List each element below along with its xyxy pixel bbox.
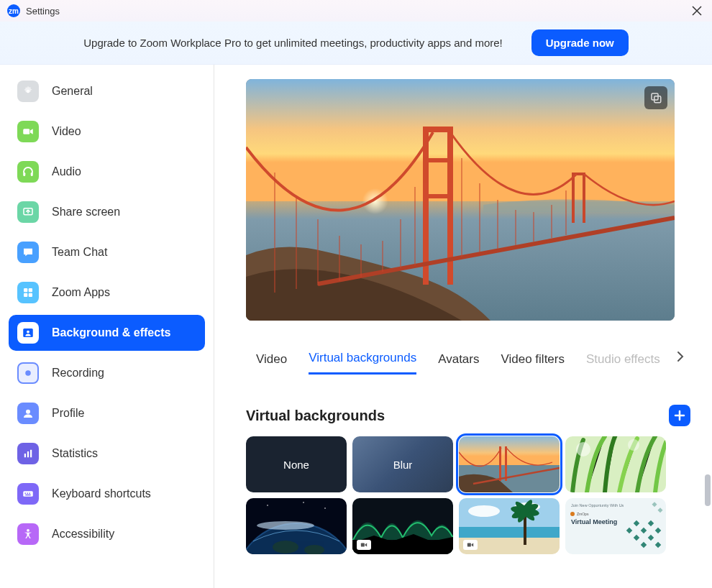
thumb-label-none: None bbox=[283, 459, 309, 471]
video-badge-icon bbox=[463, 540, 478, 550]
background-option-golden-gate[interactable] bbox=[459, 436, 560, 492]
section-title: Virtual backgrounds bbox=[246, 408, 385, 424]
svg-point-12 bbox=[26, 410, 30, 414]
svg-point-70 bbox=[468, 505, 500, 517]
sidebar-item-background-effects[interactable]: Background & effects bbox=[9, 315, 205, 351]
tab-avatars[interactable]: Avatars bbox=[438, 352, 479, 374]
settings-sidebar: General Video Audio Share screen Team Ch… bbox=[0, 65, 214, 588]
close-icon bbox=[692, 6, 702, 16]
close-button[interactable] bbox=[688, 1, 706, 20]
svg-rect-8 bbox=[29, 293, 32, 297]
svg-point-82 bbox=[570, 512, 575, 516]
svg-rect-20 bbox=[25, 495, 31, 496]
video-preview bbox=[246, 79, 675, 321]
svg-point-61 bbox=[267, 505, 268, 506]
effects-tabs: Video Virtual backgrounds Avatars Video … bbox=[246, 351, 690, 375]
svg-rect-30 bbox=[572, 173, 575, 223]
video-camera-icon bbox=[17, 121, 39, 142]
svg-rect-79 bbox=[467, 543, 471, 547]
share-screen-icon bbox=[17, 201, 39, 223]
tab-studio-effects[interactable]: Studio effects bbox=[586, 352, 660, 374]
svg-rect-68 bbox=[361, 543, 365, 547]
sidebar-item-label: Keyboard shortcuts bbox=[52, 487, 151, 500]
svg-point-64 bbox=[273, 541, 298, 553]
tab-video[interactable]: Video bbox=[256, 352, 287, 374]
svg-point-10 bbox=[27, 331, 29, 334]
svg-rect-32 bbox=[572, 173, 585, 175]
sidebar-item-statistics[interactable]: Statistics bbox=[9, 436, 205, 472]
svg-text:Virtual Meeting: Virtual Meeting bbox=[571, 518, 617, 525]
keyboard-icon bbox=[17, 483, 39, 505]
tab-video-filters[interactable]: Video filters bbox=[501, 352, 565, 374]
sidebar-item-accessibility[interactable]: Accessibility bbox=[9, 516, 205, 552]
apps-grid-icon bbox=[17, 282, 39, 303]
chat-bubble-icon bbox=[17, 242, 39, 263]
sidebar-item-label: Profile bbox=[52, 407, 84, 420]
content-scrollbar-thumb[interactable] bbox=[705, 474, 711, 506]
person-badge-icon bbox=[17, 322, 39, 344]
sidebar-item-team-chat[interactable]: Team Chat bbox=[9, 234, 205, 270]
svg-point-55 bbox=[576, 442, 590, 456]
video-badge-icon bbox=[357, 540, 371, 550]
background-option-aurora[interactable] bbox=[352, 498, 453, 554]
sidebar-item-audio[interactable]: Audio bbox=[9, 154, 205, 190]
svg-point-11 bbox=[25, 370, 31, 376]
sidebar-item-zoom-apps[interactable]: Zoom Apps bbox=[9, 275, 205, 311]
sidebar-item-general[interactable]: General bbox=[9, 73, 205, 109]
svg-rect-14 bbox=[27, 451, 29, 457]
content-area: Video Virtual backgrounds Avatars Video … bbox=[214, 65, 712, 588]
sidebar-item-label: Recording bbox=[52, 367, 104, 380]
headphones-icon bbox=[17, 161, 39, 183]
chevron-right-icon bbox=[676, 351, 685, 362]
recording-icon bbox=[17, 362, 39, 384]
svg-rect-27 bbox=[423, 127, 453, 132]
virtual-backgrounds-header: Virtual backgrounds bbox=[246, 405, 690, 426]
rotate-camera-button[interactable] bbox=[644, 86, 667, 109]
svg-text:Join New Opportunity With Us: Join New Opportunity With Us bbox=[571, 503, 624, 507]
sidebar-item-share-screen[interactable]: Share screen bbox=[9, 194, 205, 230]
gear-icon bbox=[17, 81, 39, 102]
sidebar-item-label: Zoom Apps bbox=[52, 286, 110, 299]
upgrade-now-button[interactable]: Upgrade now bbox=[531, 29, 629, 56]
zoom-logo-icon: zm bbox=[7, 4, 20, 17]
sidebar-item-label: Statistics bbox=[52, 447, 98, 460]
person-icon bbox=[17, 403, 39, 424]
sidebar-item-profile[interactable]: Profile bbox=[9, 395, 205, 431]
bar-chart-icon bbox=[17, 443, 39, 464]
background-option-beach[interactable] bbox=[459, 498, 560, 554]
sidebar-item-label: Video bbox=[52, 125, 81, 138]
svg-rect-3 bbox=[31, 173, 33, 176]
sidebar-item-label: Audio bbox=[52, 165, 81, 178]
main-area: General Video Audio Share screen Team Ch… bbox=[0, 65, 712, 588]
svg-rect-15 bbox=[30, 450, 32, 458]
svg-point-21 bbox=[27, 529, 29, 532]
background-option-virtual-meeting[interactable]: Join New Opportunity With Us ZmOps Virtu… bbox=[565, 498, 666, 554]
background-thumbnails: None Blur bbox=[246, 436, 690, 554]
background-option-grass[interactable] bbox=[565, 436, 666, 492]
svg-point-63 bbox=[303, 502, 304, 503]
background-option-earth[interactable] bbox=[246, 498, 347, 554]
tabs-scroll-right-button[interactable] bbox=[676, 351, 685, 366]
svg-text:ZmOps: ZmOps bbox=[577, 512, 589, 516]
svg-rect-17 bbox=[25, 493, 27, 495]
sidebar-item-keyboard-shortcuts[interactable]: Keyboard shortcuts bbox=[9, 476, 205, 512]
svg-rect-6 bbox=[29, 288, 32, 292]
titlebar: zm Settings bbox=[0, 0, 712, 22]
svg-point-62 bbox=[324, 507, 326, 509]
background-option-blur[interactable]: Blur bbox=[352, 436, 453, 492]
sidebar-item-label: Share screen bbox=[52, 206, 120, 219]
plus-icon bbox=[674, 410, 685, 421]
svg-rect-25 bbox=[423, 127, 429, 285]
background-option-none[interactable]: None bbox=[246, 436, 347, 492]
sidebar-item-label: Background & effects bbox=[52, 326, 170, 339]
svg-rect-28 bbox=[423, 158, 453, 162]
tab-virtual-backgrounds[interactable]: Virtual backgrounds bbox=[309, 351, 416, 375]
sidebar-item-recording[interactable]: Recording bbox=[9, 355, 205, 391]
upgrade-banner: Upgrade to Zoom Workplace Pro to get unl… bbox=[0, 22, 712, 65]
rotate-icon bbox=[649, 91, 662, 104]
sidebar-item-label: Accessibility bbox=[52, 528, 114, 541]
svg-rect-5 bbox=[24, 288, 27, 292]
sidebar-item-video[interactable]: Video bbox=[9, 114, 205, 150]
svg-rect-31 bbox=[583, 173, 585, 223]
add-background-button[interactable] bbox=[669, 405, 690, 426]
